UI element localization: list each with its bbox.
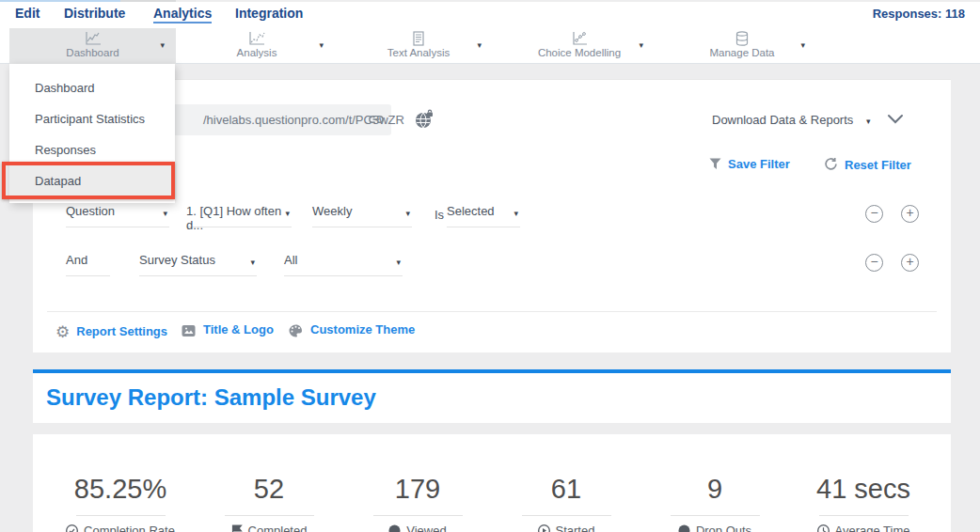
chevron-down-icon: ▾ bbox=[514, 209, 518, 218]
line-chart-icon bbox=[9, 31, 176, 46]
survey-status-value: Survey Status bbox=[139, 253, 215, 267]
toolbar-manage-data-label: Manage Data bbox=[673, 47, 811, 58]
toolbar-manage-data-button[interactable]: Manage Data ▾ bbox=[673, 28, 811, 64]
filter-question-value: 1. [Q1] How often d... bbox=[186, 204, 281, 232]
report-settings-label: Report Settings bbox=[76, 324, 167, 338]
completion-rate-icon bbox=[66, 524, 78, 532]
title-logo-label: Title & Logo bbox=[203, 322, 274, 336]
survey-stats-card: 85.25% Completion Rate 52 Completed 179 … bbox=[33, 434, 951, 532]
analysis-caret-icon[interactable]: ▾ bbox=[319, 40, 324, 50]
text-analysis-caret-icon[interactable]: ▾ bbox=[477, 40, 482, 50]
filter-conjunction-value: And bbox=[66, 253, 87, 267]
stat-started: 61 Started bbox=[492, 434, 640, 532]
add-filter-row-button[interactable]: + bbox=[901, 205, 919, 223]
menu-item-datapad[interactable]: Datapad bbox=[9, 165, 175, 196]
divider bbox=[819, 515, 909, 516]
funnel-icon bbox=[709, 158, 721, 170]
report-title-banner: Survey Report: Sample Survey bbox=[33, 369, 951, 423]
menu-item-participant-statistics[interactable]: Participant Statistics bbox=[9, 103, 175, 134]
nav-tab-edit[interactable]: Edit bbox=[15, 6, 40, 21]
stat-completed: 52 Completed bbox=[195, 434, 343, 532]
toolbar-text-analysis-label: Text Analysis bbox=[348, 47, 489, 58]
toolbar-dashboard-label: Dashboard bbox=[9, 47, 176, 58]
menu-item-responses[interactable]: Responses bbox=[9, 134, 175, 165]
download-data-reports-label: Download Data & Reports bbox=[712, 107, 853, 127]
chevron-down-icon: ▾ bbox=[405, 209, 410, 218]
viewed-icon bbox=[388, 524, 401, 532]
toolbar-text-analysis-button[interactable]: Text Analysis ▾ bbox=[348, 28, 489, 64]
divider bbox=[373, 515, 463, 516]
divider bbox=[76, 515, 166, 516]
nav-tab-distribute[interactable]: Distribute bbox=[64, 6, 125, 21]
report-title: Survey Report: Sample Survey bbox=[46, 384, 376, 411]
stat-label: Completion Rate bbox=[84, 524, 175, 532]
link-icon[interactable] bbox=[367, 111, 386, 132]
top-navigation: Edit Distribute Analytics Integration Re… bbox=[0, 2, 980, 28]
stat-value: 41 secs bbox=[789, 475, 938, 503]
survey-status-dropdown[interactable]: Survey Status▾ bbox=[139, 253, 257, 276]
toolbar-analysis-label: Analysis bbox=[184, 47, 329, 58]
collapse-panel-chevron-icon[interactable] bbox=[887, 111, 904, 128]
stat-average-time: 41 secs Average Time bbox=[789, 434, 938, 532]
remove-filter-row-button[interactable]: − bbox=[865, 205, 883, 223]
divider bbox=[225, 515, 314, 516]
stat-value: 9 bbox=[640, 475, 789, 503]
menu-item-dashboard[interactable]: Dashboard bbox=[9, 72, 175, 103]
toolbar-analysis-button[interactable]: Analysis ▾ bbox=[184, 28, 329, 64]
survey-status-all-dropdown[interactable]: All▾ bbox=[284, 253, 403, 276]
filter-field-value: Question bbox=[66, 204, 115, 218]
toolbar-dashboard-button[interactable]: Dashboard ▾ bbox=[9, 28, 176, 64]
stat-value: 61 bbox=[492, 475, 640, 503]
add-filter-row-button[interactable]: + bbox=[901, 254, 919, 272]
filter-question-dropdown[interactable]: 1. [Q1] How often d...▾ bbox=[186, 204, 292, 227]
filter-condition-dropdown[interactable]: Selected▾ bbox=[447, 204, 520, 227]
refresh-icon bbox=[824, 157, 838, 171]
stat-label: Completed bbox=[248, 524, 308, 532]
choice-modelling-caret-icon[interactable]: ▾ bbox=[639, 40, 643, 50]
stats-row: 85.25% Completion Rate 52 Completed 179 … bbox=[33, 434, 951, 532]
report-settings-row: ⚙Report Settings Title & Logo Customize … bbox=[33, 322, 951, 351]
stat-label: Drop Outs bbox=[696, 524, 751, 532]
title-logo-button[interactable]: Title & Logo bbox=[182, 322, 274, 337]
palette-icon bbox=[289, 324, 303, 337]
database-icon bbox=[673, 31, 811, 46]
save-filter-button[interactable]: Save Filter bbox=[709, 157, 790, 171]
analytics-toolbar: Dashboard ▾ Analysis ▾ Text Analysis ▾ C… bbox=[0, 28, 980, 64]
manage-data-caret-icon[interactable]: ▾ bbox=[800, 40, 805, 50]
started-icon bbox=[538, 524, 550, 532]
chevron-down-icon: ▾ bbox=[250, 258, 255, 267]
filter-answer-value: Weekly bbox=[312, 204, 352, 218]
average-time-icon bbox=[817, 524, 830, 532]
filter-conjunction-dropdown[interactable]: And bbox=[66, 253, 110, 276]
stat-label: Average Time bbox=[835, 524, 910, 532]
customize-theme-button[interactable]: Customize Theme bbox=[289, 322, 415, 337]
analysis-chart-icon bbox=[184, 31, 329, 46]
survey-status-all-value: All bbox=[284, 253, 297, 267]
chevron-down-icon: ▾ bbox=[285, 209, 290, 218]
divider bbox=[522, 515, 611, 516]
filter-condition-value: Selected bbox=[447, 204, 495, 218]
toolbar-choice-modelling-button[interactable]: Choice Modelling ▾ bbox=[508, 28, 651, 64]
save-filter-label: Save Filter bbox=[728, 157, 790, 171]
globe-lock-icon[interactable] bbox=[414, 109, 435, 133]
stat-label: Started bbox=[556, 524, 595, 532]
download-data-reports-dropdown[interactable]: Download Data & Reports ▾ bbox=[712, 107, 870, 127]
nav-tab-integration[interactable]: Integration bbox=[235, 6, 303, 21]
report-settings-button[interactable]: ⚙Report Settings bbox=[55, 322, 167, 342]
filter-operator-label: Is bbox=[435, 208, 444, 222]
drop-outs-icon bbox=[678, 524, 690, 532]
image-icon bbox=[182, 324, 196, 337]
stat-drop-outs: 9 Drop Outs bbox=[640, 434, 789, 532]
stat-value: 179 bbox=[343, 475, 492, 503]
filter-field-dropdown[interactable]: Question▾ bbox=[66, 204, 169, 227]
filter-answer-dropdown[interactable]: Weekly▾ bbox=[312, 204, 412, 227]
reset-filter-button[interactable]: Reset Filter bbox=[824, 157, 911, 172]
remove-filter-row-button[interactable]: − bbox=[865, 254, 883, 272]
customize-theme-label: Customize Theme bbox=[310, 322, 415, 336]
chevron-down-icon: ▾ bbox=[163, 209, 167, 218]
gear-icon: ⚙ bbox=[55, 323, 70, 341]
dashboard-caret-icon[interactable]: ▾ bbox=[160, 40, 165, 50]
stat-label: Viewed bbox=[406, 524, 446, 532]
responses-count[interactable]: Responses: 118 bbox=[873, 7, 965, 21]
nav-tab-analytics[interactable]: Analytics bbox=[153, 6, 212, 23]
